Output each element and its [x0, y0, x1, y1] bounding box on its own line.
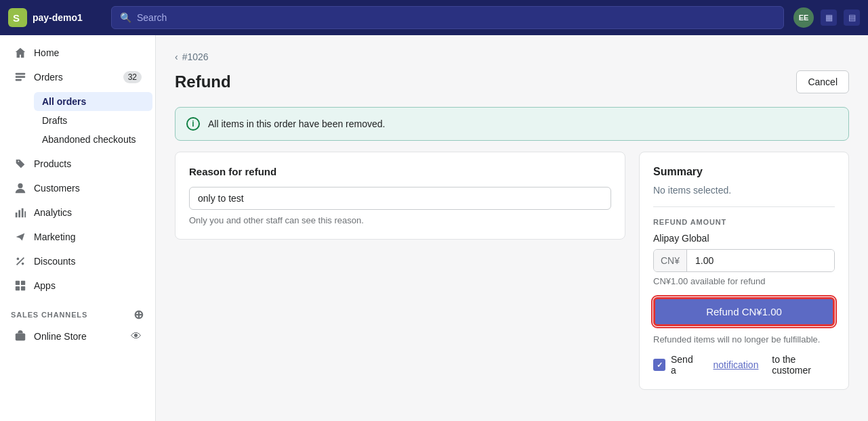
sidebar-item-abandoned[interactable]: Abandoned checkouts — [34, 130, 152, 149]
svg-rect-4 — [16, 79, 22, 81]
sidebar-label-analytics: Analytics — [34, 207, 72, 218]
payment-method-label: Alipay Global — [653, 233, 835, 244]
sales-channels-label: SALES CHANNELS — [11, 311, 87, 319]
svg-rect-17 — [16, 334, 25, 341]
breadcrumb-label: #1026 — [182, 51, 209, 62]
shopify-icon: S — [8, 8, 27, 27]
top-navigation: S pay-demo1 🔍 Search EE ▦ ▤ — [0, 0, 868, 35]
online-store-icon — [14, 330, 27, 343]
svg-rect-15 — [16, 286, 20, 290]
refund-button[interactable]: Refund CN¥1.00 — [653, 297, 835, 326]
sidebar-sub-orders: All orders Drafts Abandoned checkouts — [0, 89, 155, 152]
reason-card: Reason for refund Only you and other sta… — [175, 152, 625, 240]
sidebar-item-products[interactable]: Products — [3, 152, 152, 176]
sidebar-label-discounts: Discounts — [34, 256, 75, 267]
svg-rect-14 — [21, 281, 25, 285]
avatar[interactable]: EE — [793, 7, 814, 28]
info-message: All items in this order have been remove… — [208, 118, 385, 129]
available-note: CN¥1.00 available for refund — [653, 276, 835, 286]
page-title: Refund — [175, 72, 231, 91]
notification-checkbox[interactable] — [653, 359, 665, 371]
fulfillable-note: Refunded items will no longer be fulfill… — [653, 334, 835, 345]
tag-icon — [14, 157, 27, 171]
svg-rect-2 — [16, 73, 25, 75]
currency-label: CN¥ — [654, 250, 687, 271]
summary-card: Summary No items selected. REFUND AMOUNT… — [639, 152, 849, 390]
search-icon: 🔍 — [120, 12, 131, 23]
content-columns: Reason for refund Only you and other sta… — [175, 152, 849, 390]
page-header: Refund Cancel — [175, 70, 849, 93]
svg-rect-8 — [22, 208, 24, 218]
sidebar-item-analytics[interactable]: Analytics — [3, 200, 152, 225]
brand-logo[interactable]: S pay-demo1 — [8, 8, 103, 27]
search-placeholder: Search — [137, 12, 167, 23]
svg-rect-13 — [16, 281, 20, 285]
topnav-icon-1[interactable]: ▦ — [821, 9, 837, 26]
sidebar-label-products: Products — [34, 158, 71, 169]
eye-icon[interactable]: 👁 — [131, 330, 142, 342]
sidebar-item-all-orders[interactable]: All orders — [34, 92, 152, 111]
svg-point-5 — [18, 183, 22, 188]
apps-icon — [14, 279, 27, 292]
info-banner: i All items in this order have been remo… — [175, 107, 849, 141]
svg-point-10 — [17, 258, 20, 261]
sales-channels-section: SALES CHANNELS ⊕ — [0, 298, 155, 325]
info-icon: i — [186, 117, 200, 131]
sidebar-label-orders: Orders — [34, 72, 63, 83]
discounts-icon — [14, 254, 27, 268]
topnav-right: EE ▦ ▤ — [792, 7, 860, 28]
sidebar-label-customers: Customers — [34, 183, 80, 194]
back-arrow-icon: ‹ — [175, 51, 178, 62]
svg-rect-16 — [21, 286, 25, 290]
sidebar-label-marketing: Marketing — [34, 231, 75, 242]
topnav-icon-2[interactable]: ▤ — [844, 9, 860, 26]
no-items-text: No items selected. — [653, 185, 835, 207]
notification-link[interactable]: notification — [714, 359, 759, 370]
sidebar-label-apps: Apps — [34, 280, 56, 291]
sidebar-item-discounts[interactable]: Discounts — [3, 249, 152, 273]
refund-amount-label: REFUND AMOUNT — [653, 218, 835, 226]
cancel-button[interactable]: Cancel — [796, 70, 849, 93]
reason-input[interactable] — [189, 187, 611, 210]
notification-prefix: Send a — [671, 354, 700, 376]
summary-title: Summary — [653, 166, 835, 178]
orders-icon — [14, 70, 27, 84]
amount-input-wrapper: CN¥ — [653, 249, 835, 272]
amount-input[interactable] — [687, 250, 834, 271]
sidebar-item-home[interactable]: Home — [3, 41, 152, 65]
brand-name: pay-demo1 — [33, 12, 83, 23]
svg-rect-7 — [18, 210, 20, 217]
svg-point-11 — [22, 263, 24, 265]
sidebar-item-orders[interactable]: Orders 32 — [3, 65, 152, 89]
sidebar-item-online-store[interactable]: Online Store 👁 — [3, 325, 152, 348]
svg-rect-6 — [16, 213, 18, 217]
sidebar-item-customers[interactable]: Customers — [3, 176, 152, 200]
breadcrumb[interactable]: ‹ #1026 — [175, 51, 849, 62]
sidebar-label-home: Home — [34, 47, 59, 58]
sidebar-item-marketing[interactable]: Marketing — [3, 225, 152, 249]
sidebar: Home Orders 32 All orders Drafts Abandon… — [0, 35, 156, 421]
sidebar-item-drafts[interactable]: Drafts — [34, 111, 152, 130]
svg-rect-3 — [16, 76, 25, 78]
analytics-icon — [14, 206, 27, 219]
add-sales-channel-icon[interactable]: ⊕ — [133, 307, 144, 322]
left-column: Reason for refund Only you and other sta… — [175, 152, 625, 390]
reason-hint: Only you and other staff can see this re… — [189, 215, 611, 225]
marketing-icon — [14, 230, 27, 244]
reason-card-title: Reason for refund — [189, 166, 611, 177]
summary-panel: Summary No items selected. REFUND AMOUNT… — [639, 152, 849, 390]
main-content: ‹ #1026 Refund Cancel i All items in thi… — [156, 35, 868, 421]
online-store-label: Online Store — [34, 331, 87, 342]
notification-row: Send a notification to the customer — [653, 354, 835, 376]
svg-rect-9 — [24, 211, 26, 217]
orders-badge: 32 — [123, 71, 142, 83]
search-bar[interactable]: 🔍 Search — [111, 6, 784, 29]
sidebar-item-apps[interactable]: Apps — [3, 273, 152, 298]
notification-suffix: to the customer — [772, 354, 835, 376]
home-icon — [14, 46, 27, 60]
customers-icon — [14, 181, 27, 195]
svg-text:S: S — [13, 12, 20, 24]
